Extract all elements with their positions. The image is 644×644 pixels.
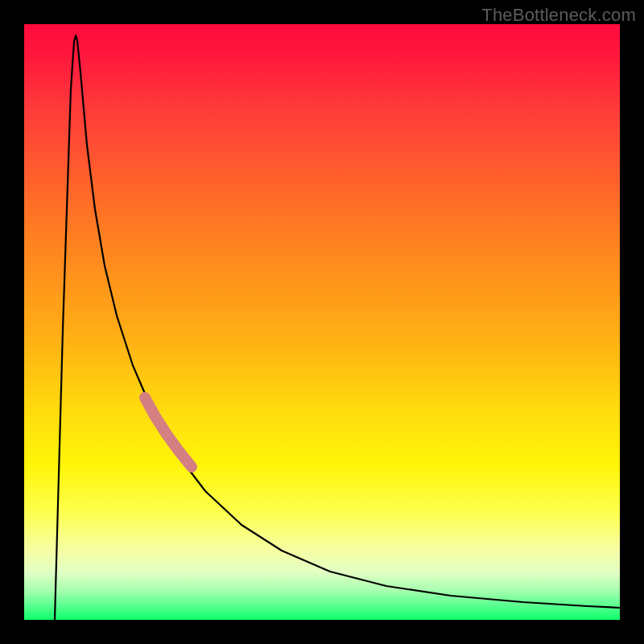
chart-frame: TheBottleneck.com — [0, 0, 644, 644]
plot-area — [24, 24, 620, 620]
highlight-segment — [145, 398, 192, 467]
curve-layer — [24, 24, 620, 620]
watermark-text: TheBottleneck.com — [481, 5, 636, 26]
bottleneck-curve — [55, 35, 620, 620]
